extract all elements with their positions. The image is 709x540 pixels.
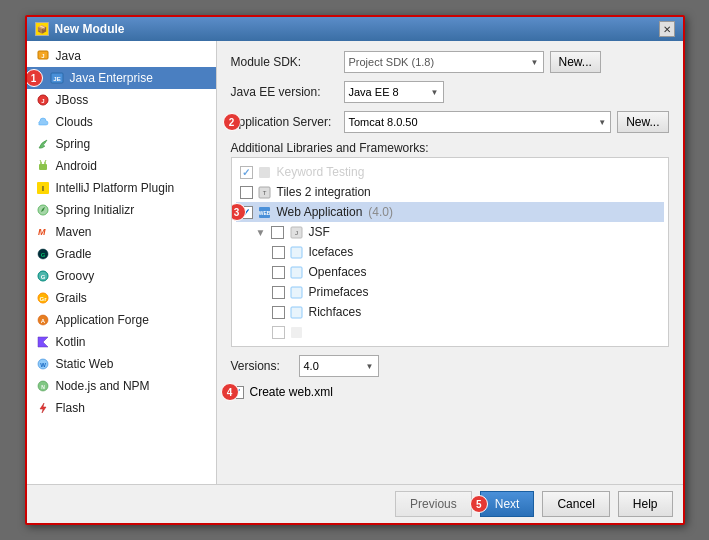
sidebar: J Java 1 JE Java Enterprise J JBoss [27, 41, 217, 484]
openfaces-checkbox[interactable] [272, 266, 285, 279]
sidebar-item-static-web[interactable]: W Static Web [27, 353, 216, 375]
sidebar-item-spring-label: Spring [56, 137, 91, 151]
sidebar-item-maven-label: Maven [56, 225, 92, 239]
framework-icefaces: Icefaces [268, 242, 664, 262]
sidebar-item-clouds-label: Clouds [56, 115, 93, 129]
dialog-icon: 📦 [35, 22, 49, 36]
framework-jsf: ▼ J JSF [252, 222, 664, 242]
versions-select[interactable]: 4.0 ▼ [299, 355, 379, 377]
app-server-value: Tomcat 8.0.50 [349, 116, 418, 128]
title-bar-left: 📦 New Module [35, 22, 125, 36]
svg-rect-37 [291, 267, 302, 278]
gradle-icon: G [35, 246, 51, 262]
sidebar-item-maven[interactable]: M Maven [27, 221, 216, 243]
primefaces-icon [289, 284, 305, 300]
versions-label: Versions: [231, 359, 291, 373]
help-button[interactable]: Help [618, 491, 673, 517]
stub-icon [289, 324, 305, 340]
module-sdk-label: Module SDK: [231, 55, 336, 69]
svg-marker-28 [40, 403, 46, 413]
next-button-wrap: 5 Next [480, 491, 535, 517]
sidebar-item-intellij-plugin[interactable]: I IntelliJ Platform Plugin [27, 177, 216, 199]
richfaces-checkbox[interactable] [272, 306, 285, 319]
jsf-checkbox[interactable] [271, 226, 284, 239]
sidebar-item-flash[interactable]: Flash [27, 397, 216, 419]
frameworks-list: Keyword Testing T Tiles 2 integration 3 [231, 157, 669, 347]
sidebar-item-grails[interactable]: Gr Grails [27, 287, 216, 309]
java-ee-select[interactable]: Java EE 8 ▼ [344, 81, 444, 103]
module-sdk-select[interactable]: Project SDK (1.8) ▼ [344, 51, 544, 73]
svg-text:J: J [295, 230, 298, 236]
sidebar-item-jboss-label: JBoss [56, 93, 89, 107]
sidebar-item-nodejs[interactable]: N Node.js and NPM [27, 375, 216, 397]
cancel-button[interactable]: Cancel [542, 491, 609, 517]
web-application-label: Web Application [277, 205, 363, 219]
spring-initializr-icon [35, 202, 51, 218]
icefaces-checkbox[interactable] [272, 246, 285, 259]
sidebar-item-application-forge[interactable]: A Application Forge [27, 309, 216, 331]
sidebar-item-spring-initializr[interactable]: Spring Initializr [27, 199, 216, 221]
svg-rect-36 [291, 247, 302, 258]
android-icon [35, 158, 51, 174]
annotation-badge-4: 4 [221, 383, 239, 401]
svg-text:Gr: Gr [39, 296, 47, 302]
next-button[interactable]: Next [480, 491, 535, 517]
framework-richfaces: Richfaces [268, 302, 664, 322]
sidebar-item-java[interactable]: J Java [27, 45, 216, 67]
sidebar-item-spring-initializr-label: Spring Initializr [56, 203, 135, 217]
groovy-icon: G [35, 268, 51, 284]
module-sdk-new-button[interactable]: New... [550, 51, 601, 73]
sidebar-item-java-enterprise[interactable]: 1 JE Java Enterprise [27, 67, 216, 89]
primefaces-checkbox[interactable] [272, 286, 285, 299]
sidebar-item-kotlin[interactable]: Kotlin [27, 331, 216, 353]
framework-keyword-testing: Keyword Testing [236, 162, 664, 182]
openfaces-label: Openfaces [309, 265, 367, 279]
versions-value: 4.0 [304, 360, 319, 372]
svg-text:G: G [40, 274, 45, 280]
svg-text:I: I [42, 185, 44, 192]
svg-rect-40 [291, 327, 302, 338]
web-application-version: (4.0) [368, 205, 393, 219]
previous-button[interactable]: Previous [395, 491, 472, 517]
svg-rect-6 [39, 164, 47, 170]
web-application-icon: WEB [257, 204, 273, 220]
sidebar-item-static-web-label: Static Web [56, 357, 114, 371]
keyword-testing-checkbox[interactable] [240, 166, 253, 179]
sidebar-item-android[interactable]: Android [27, 155, 216, 177]
sidebar-item-groovy[interactable]: G Groovy [27, 265, 216, 287]
svg-text:JE: JE [53, 76, 60, 82]
primefaces-label: Primefaces [309, 285, 369, 299]
stub-checkbox[interactable] [272, 326, 285, 339]
tiles2-checkbox[interactable] [240, 186, 253, 199]
application-forge-icon: A [35, 312, 51, 328]
annotation-badge-5: 5 [470, 495, 488, 513]
app-server-new-button[interactable]: New... [617, 111, 668, 133]
new-module-dialog: 📦 New Module ✕ J Java 1 JE Java Enterpri… [25, 15, 685, 525]
sidebar-item-gradle[interactable]: G Gradle [27, 243, 216, 265]
svg-text:N: N [41, 384, 45, 390]
svg-text:G: G [40, 252, 45, 258]
app-server-dropdown-arrow: ▼ [598, 118, 606, 127]
sidebar-item-nodejs-label: Node.js and NPM [56, 379, 150, 393]
richfaces-label: Richfaces [309, 305, 362, 319]
intellij-plugin-icon: I [35, 180, 51, 196]
flash-icon [35, 400, 51, 416]
keyword-testing-icon [257, 164, 273, 180]
sidebar-item-clouds[interactable]: Clouds [27, 111, 216, 133]
sidebar-item-grails-label: Grails [56, 291, 87, 305]
sidebar-item-spring[interactable]: Spring [27, 133, 216, 155]
sidebar-item-application-forge-label: Application Forge [56, 313, 149, 327]
app-server-select[interactable]: Tomcat 8.0.50 ▼ [344, 111, 612, 133]
tiles2-label: Tiles 2 integration [277, 185, 371, 199]
jsf-icon: J [288, 224, 304, 240]
sidebar-item-flash-label: Flash [56, 401, 85, 415]
sidebar-item-jboss[interactable]: J JBoss [27, 89, 216, 111]
framework-primefaces: Primefaces [268, 282, 664, 302]
close-button[interactable]: ✕ [659, 21, 675, 37]
maven-icon: M [35, 224, 51, 240]
dialog-title: New Module [55, 22, 125, 36]
app-server-row: 2 Application Server: Tomcat 8.0.50 ▼ Ne… [231, 111, 669, 133]
annotation-badge-2: 2 [223, 113, 241, 131]
java-enterprise-icon: JE [49, 70, 65, 86]
sidebar-item-android-label: Android [56, 159, 97, 173]
